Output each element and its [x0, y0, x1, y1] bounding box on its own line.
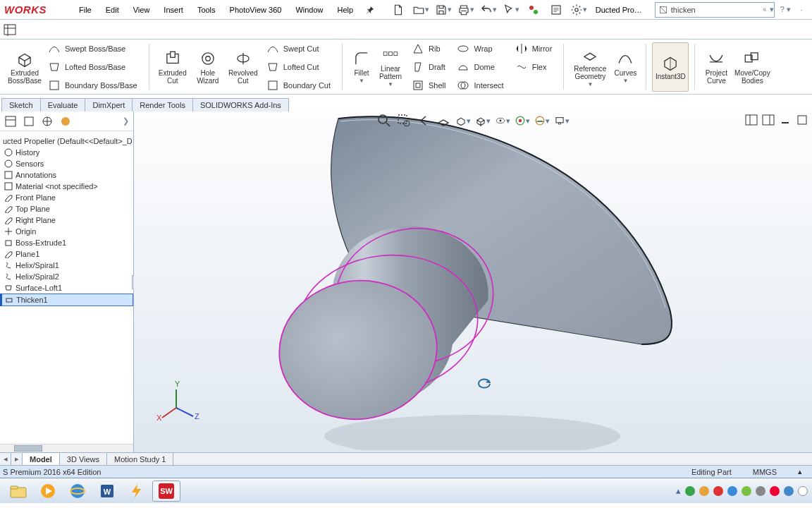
- tray-status2-icon[interactable]: [699, 486, 709, 496]
- draft-button[interactable]: Draft: [409, 59, 448, 75]
- tree-annotations[interactable]: Annotations: [0, 169, 133, 181]
- view-orientation-icon[interactable]: ▾: [455, 113, 471, 128]
- menu-insert[interactable]: Insert: [156, 0, 190, 20]
- intersect-button[interactable]: Intersect: [454, 78, 506, 93]
- taskbar-solidworks-icon[interactable]: SW: [152, 480, 180, 502]
- menu-view[interactable]: View: [126, 0, 157, 20]
- move-copy-bodies-button[interactable]: Move/Copy Bodies: [732, 47, 773, 87]
- status-units[interactable]: MMGS: [753, 468, 784, 476]
- taskbar-word-icon[interactable]: W: [93, 480, 121, 502]
- tree-plane1[interactable]: Plane1: [0, 248, 133, 260]
- tray-chevron-icon[interactable]: ▴: [676, 485, 681, 496]
- project-curve-button[interactable]: Project Curve: [701, 47, 732, 87]
- menu-tools[interactable]: Tools: [190, 0, 223, 20]
- hide-show-items-icon[interactable]: ▾: [495, 113, 510, 128]
- tree-root[interactable]: ucted Propeller (Default<<Default>_D: [0, 135, 133, 147]
- new-document-button[interactable]: [390, 1, 407, 18]
- tab-solidworks-addins[interactable]: SOLIDWORKS Add-Ins: [192, 98, 289, 111]
- taskbar-media-player-icon[interactable]: [34, 480, 62, 502]
- taskbar-explorer-icon[interactable]: [4, 480, 32, 502]
- search-icon[interactable]: ▾: [760, 5, 774, 15]
- bottom-tab-3d-views[interactable]: 3D Views: [60, 453, 107, 465]
- search-box[interactable]: thicken ▾: [655, 2, 775, 18]
- status-arrow-icon[interactable]: ▴: [798, 467, 809, 476]
- file-properties-button[interactable]: [548, 1, 565, 18]
- flex-button[interactable]: Flex: [512, 59, 555, 75]
- hole-wizard-button[interactable]: Hole Wizard: [190, 47, 226, 87]
- shell-button[interactable]: Shell: [409, 78, 448, 93]
- document-name[interactable]: Ducted Propell...: [593, 6, 649, 14]
- tree-material[interactable]: Material <not specified>: [0, 181, 133, 192]
- extruded-boss-button[interactable]: Extruded Boss/Base: [7, 47, 42, 87]
- display-style-icon[interactable]: ▾: [475, 113, 491, 128]
- mirror-button[interactable]: Mirror: [512, 41, 555, 56]
- undo-button[interactable]: ▾: [480, 1, 497, 18]
- tree-origin[interactable]: Origin: [0, 226, 133, 237]
- open-button[interactable]: ▾: [412, 1, 429, 18]
- boundary-boss-button[interactable]: Boundary Boss/Base: [45, 78, 140, 93]
- drag-handle-icon[interactable]: [3, 23, 17, 36]
- swept-boss-button[interactable]: Swept Boss/Base: [45, 41, 140, 56]
- tree-horizontal-scrollbar[interactable]: [0, 444, 133, 452]
- tray-volume-icon[interactable]: [798, 486, 808, 496]
- property-manager-tab-icon[interactable]: [23, 115, 35, 128]
- select-button[interactable]: ▾: [503, 1, 519, 18]
- linear-pattern-button[interactable]: Linear Pattern▼: [375, 42, 406, 91]
- zoom-to-fit-icon[interactable]: [376, 113, 392, 128]
- taskbar-flash-icon[interactable]: [123, 480, 151, 502]
- pin-icon[interactable]: [366, 6, 374, 14]
- boundary-cut-button[interactable]: Boundary Cut: [264, 78, 333, 93]
- dome-button[interactable]: Dome: [454, 59, 506, 75]
- expand-tabs-icon[interactable]: ❯: [123, 116, 129, 126]
- graphics-viewport[interactable]: ▾ ▾ ▾ ▾ ▾ ▾: [134, 111, 812, 452]
- tree-surface-loft1[interactable]: Surface-Loft1: [0, 282, 133, 294]
- lofted-cut-button[interactable]: Lofted Cut: [264, 59, 333, 75]
- taskbar-ie-icon[interactable]: [63, 480, 92, 502]
- tray-status8-icon[interactable]: [784, 486, 794, 496]
- tray-status3-icon[interactable]: [713, 486, 723, 496]
- wrap-button[interactable]: Wrap: [454, 41, 506, 56]
- revolved-cut-button[interactable]: Revolved Cut: [226, 47, 261, 87]
- feature-manager-tab-icon[interactable]: [4, 115, 17, 128]
- rib-button[interactable]: Rib: [409, 41, 448, 56]
- menu-photoview360[interactable]: PhotoView 360: [223, 0, 289, 20]
- section-view-icon[interactable]: [436, 113, 451, 128]
- instant3d-button[interactable]: Instant3D: [652, 42, 689, 92]
- save-button[interactable]: ▾: [435, 1, 452, 18]
- search-input[interactable]: thicken: [671, 6, 760, 14]
- tree-helix2[interactable]: Helix/Spiral2: [0, 271, 133, 282]
- tab-scroll-left-icon[interactable]: ◂: [0, 453, 11, 465]
- dimxpert-manager-tab-icon[interactable]: [59, 115, 72, 128]
- extruded-cut-button[interactable]: Extruded Cut: [155, 47, 190, 87]
- view-settings-icon[interactable]: ▾: [554, 113, 570, 128]
- tree-right-plane[interactable]: Right Plane: [0, 214, 133, 226]
- tray-status6-icon[interactable]: [756, 486, 765, 496]
- rebuild-button[interactable]: [525, 1, 542, 18]
- curves-button[interactable]: Curves▼: [610, 47, 640, 87]
- previous-view-icon[interactable]: [416, 113, 431, 128]
- help-button[interactable]: ? ▾: [780, 5, 791, 14]
- tab-evaluate[interactable]: Evaluate: [40, 98, 86, 111]
- tab-render-tools[interactable]: Render Tools: [132, 98, 193, 111]
- tray-status7-icon[interactable]: [770, 486, 780, 496]
- lofted-boss-button[interactable]: Lofted Boss/Base: [45, 59, 140, 75]
- menu-edit[interactable]: Edit: [99, 0, 126, 20]
- options-button[interactable]: ▾: [570, 1, 587, 18]
- configuration-manager-tab-icon[interactable]: [41, 115, 54, 128]
- reference-geometry-button[interactable]: Reference Geometry▼: [570, 42, 610, 91]
- menu-help[interactable]: Help: [331, 0, 361, 20]
- zoom-to-area-icon[interactable]: [396, 113, 412, 128]
- tab-dimxpert[interactable]: DimXpert: [85, 98, 133, 111]
- tray-status5-icon[interactable]: [742, 486, 751, 496]
- tree-helix1[interactable]: Helix/Spiral1: [0, 260, 133, 271]
- more-icon[interactable]: ·: [796, 1, 806, 18]
- menu-window[interactable]: Window: [288, 0, 330, 20]
- tree-top-plane[interactable]: Top Plane: [0, 203, 133, 214]
- apply-scene-icon[interactable]: ▾: [534, 113, 550, 128]
- tab-scroll-right-icon[interactable]: ▸: [11, 453, 23, 465]
- swept-cut-button[interactable]: Swept Cut: [264, 41, 333, 56]
- tab-sketch[interactable]: Sketch: [1, 98, 41, 111]
- fillet-button[interactable]: Fillet▼: [348, 47, 375, 87]
- tray-status1-icon[interactable]: [685, 486, 695, 496]
- bottom-tab-motion-study[interactable]: Motion Study 1: [107, 453, 173, 465]
